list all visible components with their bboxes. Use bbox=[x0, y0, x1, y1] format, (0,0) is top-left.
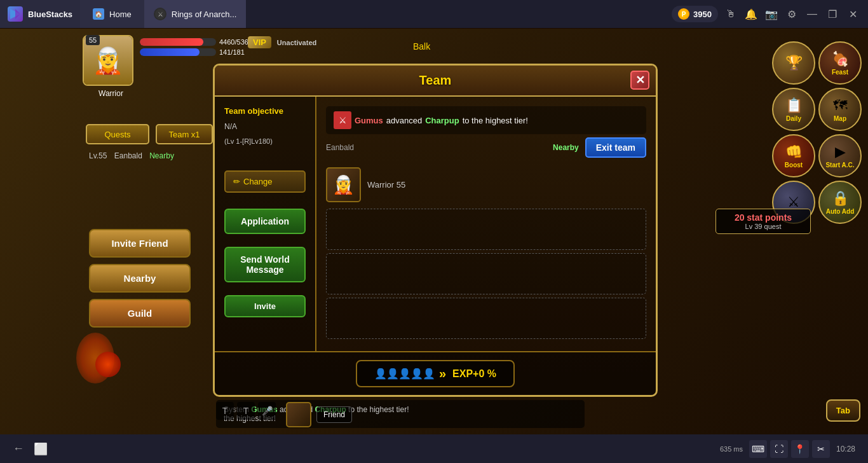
exp-text: EXP+0 % bbox=[452, 368, 496, 380]
notification-icon: ⚔ bbox=[334, 111, 351, 129]
auto-add-label: Auto Add bbox=[826, 208, 855, 215]
exit-team-button[interactable]: Exit team bbox=[585, 137, 646, 158]
settings-icon[interactable]: ⚙ bbox=[784, 6, 799, 22]
home-tab-label: Home bbox=[109, 10, 132, 19]
arrow-icon: » bbox=[439, 366, 446, 381]
chat-mic-btn[interactable]: 🎤 bbox=[258, 402, 276, 420]
taskbar-keyboard-icon[interactable]: ⌨ bbox=[749, 440, 767, 458]
modal-right-panel: ⚔ Gumus advanced Charpup to the highest … bbox=[316, 97, 656, 351]
team-notification: ⚔ Gumus advanced Charpup to the highest … bbox=[326, 106, 646, 134]
warrior-avatar: 🧝 bbox=[92, 46, 124, 76]
chat-t-btn-1[interactable]: T bbox=[216, 402, 234, 420]
application-button[interactable]: Application bbox=[224, 209, 306, 234]
balk-text: Balk bbox=[413, 41, 430, 52]
home-bottom-icon[interactable]: ⬜ bbox=[34, 442, 48, 456]
member-dot-3: 👤 bbox=[398, 368, 409, 380]
svg-marker-1 bbox=[15, 9, 20, 19]
chat-t-btn-2[interactable]: T bbox=[237, 402, 255, 420]
send-world-btn-wrap: Send World Message bbox=[224, 247, 306, 282]
camera-icon[interactable]: 📷 bbox=[764, 6, 779, 22]
notif-name2: Charpup bbox=[425, 116, 459, 125]
start-ac-icon-btn[interactable]: ▶ Start A.C. bbox=[818, 134, 862, 177]
restore-button[interactable]: ❐ bbox=[825, 6, 840, 22]
left-menu: Invite Friend Nearby Guild bbox=[89, 229, 191, 328]
bluestacks-logo[interactable]: BlueStacks bbox=[0, 0, 80, 28]
stat-points-box: 20 stat points Lv 39 quest bbox=[715, 209, 811, 234]
modal-title: Team bbox=[419, 73, 452, 87]
send-world-message-button[interactable]: Send World Message bbox=[224, 247, 306, 282]
change-button[interactable]: ✏ Change bbox=[224, 170, 306, 193]
member-info: Warrior 55 bbox=[367, 180, 405, 190]
time-display: 10:28 bbox=[836, 445, 855, 453]
modal-close-button[interactable]: ✕ bbox=[630, 71, 649, 90]
taskbar-scissors-icon[interactable]: ✂ bbox=[812, 440, 830, 458]
member-avatar-icon: 🧝 bbox=[332, 174, 355, 195]
map-icon-btn[interactable]: 🗺 Map bbox=[818, 88, 862, 131]
health-bars: 4460/5365 141/181 CP 9244 bbox=[140, 38, 252, 56]
minimize-button[interactable]: — bbox=[804, 6, 820, 22]
warrior-class-label: Warrior bbox=[98, 89, 123, 98]
taskbar-icons: ⌨ ⛶ 📍 ✂ bbox=[749, 440, 830, 458]
taskbar-expand-icon[interactable]: ⛶ bbox=[770, 440, 788, 458]
quests-button[interactable]: Quests bbox=[86, 124, 149, 144]
tab-game[interactable]: ⚔ Rings of Anarch... bbox=[144, 0, 247, 28]
taskbar-location-icon[interactable]: 📍 bbox=[791, 440, 809, 458]
team-objective-range: (Lv 1-[R]Lv180) bbox=[224, 137, 306, 145]
game-tab-icon: ⚔ bbox=[154, 8, 166, 20]
pencil-icon: ✏ bbox=[233, 177, 240, 186]
member-portrait: 🧝 bbox=[326, 167, 361, 202]
nearby-status: Nearby bbox=[149, 151, 174, 160]
player-level-info: Lv.55 Eanbald Nearby bbox=[89, 151, 174, 160]
notif-name1: Gumus bbox=[355, 116, 383, 125]
pointer-icon[interactable]: 🖱 bbox=[723, 6, 738, 22]
vip-banner: VIP Unactivated bbox=[248, 37, 316, 47]
modal-body: Team objective N/A (Lv 1-[R]Lv180) ✏ Cha… bbox=[215, 97, 656, 351]
team-member-row: 🧝 Warrior 55 bbox=[326, 164, 646, 205]
team-slot-4 bbox=[326, 298, 646, 339]
invite-button[interactable]: Invite bbox=[224, 295, 306, 317]
ping-display: 635 ms bbox=[720, 445, 743, 453]
bell-icon[interactable]: 🔔 bbox=[743, 6, 759, 22]
invite-friend-button[interactable]: Invite Friend bbox=[89, 229, 191, 258]
tab-home[interactable]: 🏠 Home bbox=[80, 0, 144, 28]
friend-area: Friend bbox=[286, 402, 352, 427]
icon-row-3: 👊 Boost ▶ Start A.C. bbox=[772, 134, 862, 177]
coin-icon: P bbox=[678, 8, 689, 20]
tab-button[interactable]: Tab bbox=[826, 399, 860, 422]
close-button[interactable]: ✕ bbox=[845, 6, 860, 22]
daily-icon-btn[interactable]: 📋 Daily bbox=[772, 88, 815, 131]
guild-button[interactable]: Guild bbox=[89, 299, 191, 328]
member-dot-5: 👤 bbox=[423, 368, 433, 380]
bottom-right-info: 635 ms ⌨ ⛶ 📍 ✂ 10:28 bbox=[720, 440, 855, 458]
coin-display: P 3950 bbox=[672, 6, 718, 22]
exp-bar: 👤 👤 👤 👤 👤 » EXP+0 % bbox=[356, 360, 515, 387]
trophy-icon-btn[interactable]: 🏆 bbox=[772, 41, 815, 85]
team-button[interactable]: Team x1 bbox=[156, 124, 213, 144]
member-header-row: Eanbald Nearby Exit team bbox=[326, 137, 646, 158]
member-dot-1: 👤 bbox=[374, 368, 384, 380]
right-icon-panel: 🏆 🍖 Feast 📋 Daily 🗺 Map 20 stat points L… bbox=[772, 41, 862, 224]
mp-bar-container bbox=[140, 48, 216, 56]
boost-icon-btn[interactable]: 👊 Boost bbox=[772, 134, 815, 177]
daily-label: Daily bbox=[786, 115, 801, 122]
member-name-placeholder: Eanbald bbox=[326, 143, 553, 152]
bottom-bar: ← ⬜ 635 ms ⌨ ⛶ 📍 ✂ 10:28 bbox=[0, 434, 868, 463]
vip-label: VIP bbox=[248, 36, 271, 48]
team-modal: Team ✕ Team objective N/A (Lv 1-[R]Lv180… bbox=[213, 64, 658, 397]
icon-row-2: 📋 Daily 🗺 Map bbox=[772, 88, 862, 131]
friend-button[interactable]: Friend bbox=[316, 406, 352, 423]
hp-fill bbox=[140, 38, 203, 46]
application-btn-wrap: Application bbox=[224, 209, 306, 234]
team-slot-2 bbox=[326, 209, 646, 250]
mp-text: 141/181 bbox=[219, 48, 245, 56]
hp-bar-container bbox=[140, 38, 216, 46]
back-icon[interactable]: ← bbox=[13, 442, 24, 455]
feast-icon-btn[interactable]: 🍖 Feast bbox=[818, 41, 862, 85]
auto-add-icon-btn[interactable]: 🔒 Auto Add bbox=[818, 181, 862, 224]
modal-footer: 👤 👤 👤 👤 👤 » EXP+0 % bbox=[215, 351, 656, 395]
exit-team-btn-wrap: Exit team bbox=[585, 137, 646, 158]
level-badge: 55 bbox=[86, 35, 100, 45]
member-warrior-label: Warrior 55 bbox=[367, 180, 405, 190]
game-tab-label: Rings of Anarch... bbox=[172, 10, 237, 19]
nearby-button[interactable]: Nearby bbox=[89, 264, 191, 293]
